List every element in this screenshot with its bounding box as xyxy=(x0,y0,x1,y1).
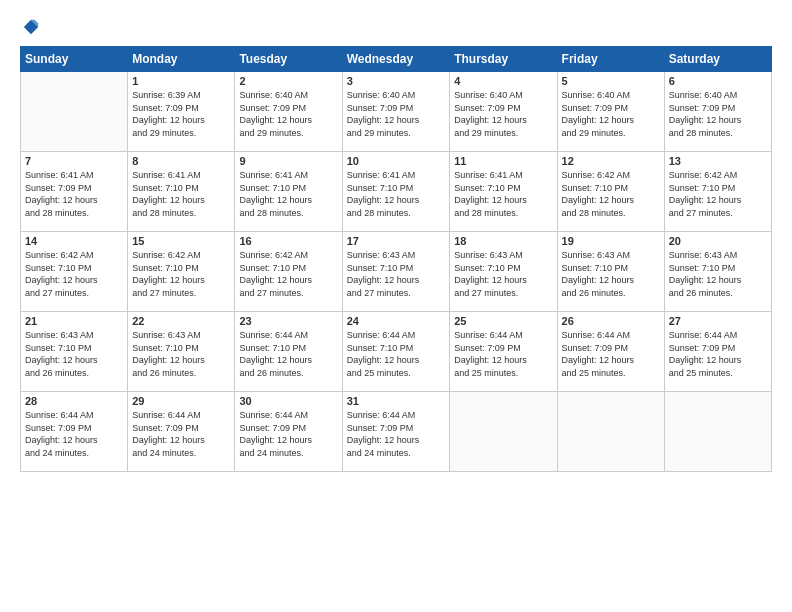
header xyxy=(20,18,772,36)
day-number: 5 xyxy=(562,75,660,87)
calendar-table: SundayMondayTuesdayWednesdayThursdayFrid… xyxy=(20,46,772,472)
day-info: Sunrise: 6:39 AM Sunset: 7:09 PM Dayligh… xyxy=(132,89,230,139)
page: SundayMondayTuesdayWednesdayThursdayFrid… xyxy=(0,0,792,612)
day-info: Sunrise: 6:41 AM Sunset: 7:10 PM Dayligh… xyxy=(347,169,446,219)
day-info: Sunrise: 6:43 AM Sunset: 7:10 PM Dayligh… xyxy=(347,249,446,299)
day-info: Sunrise: 6:44 AM Sunset: 7:09 PM Dayligh… xyxy=(562,329,660,379)
calendar-cell: 5Sunrise: 6:40 AM Sunset: 7:09 PM Daylig… xyxy=(557,72,664,152)
day-info: Sunrise: 6:43 AM Sunset: 7:10 PM Dayligh… xyxy=(132,329,230,379)
calendar-cell: 11Sunrise: 6:41 AM Sunset: 7:10 PM Dayli… xyxy=(450,152,557,232)
day-number: 29 xyxy=(132,395,230,407)
day-info: Sunrise: 6:44 AM Sunset: 7:09 PM Dayligh… xyxy=(239,409,337,459)
day-number: 23 xyxy=(239,315,337,327)
day-info: Sunrise: 6:44 AM Sunset: 7:09 PM Dayligh… xyxy=(347,409,446,459)
day-info: Sunrise: 6:42 AM Sunset: 7:10 PM Dayligh… xyxy=(239,249,337,299)
calendar-cell: 18Sunrise: 6:43 AM Sunset: 7:10 PM Dayli… xyxy=(450,232,557,312)
day-info: Sunrise: 6:44 AM Sunset: 7:10 PM Dayligh… xyxy=(347,329,446,379)
calendar-cell: 24Sunrise: 6:44 AM Sunset: 7:10 PM Dayli… xyxy=(342,312,450,392)
calendar-cell: 2Sunrise: 6:40 AM Sunset: 7:09 PM Daylig… xyxy=(235,72,342,152)
day-number: 27 xyxy=(669,315,767,327)
day-info: Sunrise: 6:42 AM Sunset: 7:10 PM Dayligh… xyxy=(25,249,123,299)
weekday-wednesday: Wednesday xyxy=(342,47,450,72)
calendar-cell: 9Sunrise: 6:41 AM Sunset: 7:10 PM Daylig… xyxy=(235,152,342,232)
calendar-cell: 26Sunrise: 6:44 AM Sunset: 7:09 PM Dayli… xyxy=(557,312,664,392)
day-number: 2 xyxy=(239,75,337,87)
calendar-cell: 1Sunrise: 6:39 AM Sunset: 7:09 PM Daylig… xyxy=(128,72,235,152)
calendar-cell: 7Sunrise: 6:41 AM Sunset: 7:09 PM Daylig… xyxy=(21,152,128,232)
calendar-week-1: 7Sunrise: 6:41 AM Sunset: 7:09 PM Daylig… xyxy=(21,152,772,232)
day-number: 1 xyxy=(132,75,230,87)
day-info: Sunrise: 6:42 AM Sunset: 7:10 PM Dayligh… xyxy=(562,169,660,219)
calendar-cell: 19Sunrise: 6:43 AM Sunset: 7:10 PM Dayli… xyxy=(557,232,664,312)
calendar-cell: 8Sunrise: 6:41 AM Sunset: 7:10 PM Daylig… xyxy=(128,152,235,232)
calendar-cell xyxy=(21,72,128,152)
calendar-cell xyxy=(450,392,557,472)
day-info: Sunrise: 6:41 AM Sunset: 7:09 PM Dayligh… xyxy=(25,169,123,219)
calendar-week-3: 21Sunrise: 6:43 AM Sunset: 7:10 PM Dayli… xyxy=(21,312,772,392)
day-number: 14 xyxy=(25,235,123,247)
weekday-friday: Friday xyxy=(557,47,664,72)
calendar-week-4: 28Sunrise: 6:44 AM Sunset: 7:09 PM Dayli… xyxy=(21,392,772,472)
calendar-cell: 14Sunrise: 6:42 AM Sunset: 7:10 PM Dayli… xyxy=(21,232,128,312)
calendar-cell xyxy=(557,392,664,472)
calendar-cell: 28Sunrise: 6:44 AM Sunset: 7:09 PM Dayli… xyxy=(21,392,128,472)
day-info: Sunrise: 6:40 AM Sunset: 7:09 PM Dayligh… xyxy=(347,89,446,139)
day-info: Sunrise: 6:40 AM Sunset: 7:09 PM Dayligh… xyxy=(239,89,337,139)
calendar-cell: 12Sunrise: 6:42 AM Sunset: 7:10 PM Dayli… xyxy=(557,152,664,232)
day-number: 13 xyxy=(669,155,767,167)
day-number: 28 xyxy=(25,395,123,407)
day-info: Sunrise: 6:44 AM Sunset: 7:09 PM Dayligh… xyxy=(25,409,123,459)
day-info: Sunrise: 6:41 AM Sunset: 7:10 PM Dayligh… xyxy=(454,169,552,219)
day-info: Sunrise: 6:41 AM Sunset: 7:10 PM Dayligh… xyxy=(239,169,337,219)
day-number: 9 xyxy=(239,155,337,167)
day-info: Sunrise: 6:42 AM Sunset: 7:10 PM Dayligh… xyxy=(132,249,230,299)
day-number: 24 xyxy=(347,315,446,327)
day-number: 31 xyxy=(347,395,446,407)
calendar-cell: 29Sunrise: 6:44 AM Sunset: 7:09 PM Dayli… xyxy=(128,392,235,472)
calendar-cell: 15Sunrise: 6:42 AM Sunset: 7:10 PM Dayli… xyxy=(128,232,235,312)
calendar-cell: 3Sunrise: 6:40 AM Sunset: 7:09 PM Daylig… xyxy=(342,72,450,152)
weekday-saturday: Saturday xyxy=(664,47,771,72)
day-number: 26 xyxy=(562,315,660,327)
day-number: 21 xyxy=(25,315,123,327)
calendar-cell: 30Sunrise: 6:44 AM Sunset: 7:09 PM Dayli… xyxy=(235,392,342,472)
calendar-cell: 22Sunrise: 6:43 AM Sunset: 7:10 PM Dayli… xyxy=(128,312,235,392)
day-number: 17 xyxy=(347,235,446,247)
calendar-cell: 31Sunrise: 6:44 AM Sunset: 7:09 PM Dayli… xyxy=(342,392,450,472)
day-number: 4 xyxy=(454,75,552,87)
day-info: Sunrise: 6:43 AM Sunset: 7:10 PM Dayligh… xyxy=(562,249,660,299)
day-info: Sunrise: 6:43 AM Sunset: 7:10 PM Dayligh… xyxy=(454,249,552,299)
weekday-thursday: Thursday xyxy=(450,47,557,72)
calendar-week-2: 14Sunrise: 6:42 AM Sunset: 7:10 PM Dayli… xyxy=(21,232,772,312)
calendar-cell xyxy=(664,392,771,472)
day-number: 15 xyxy=(132,235,230,247)
day-number: 25 xyxy=(454,315,552,327)
calendar-cell: 21Sunrise: 6:43 AM Sunset: 7:10 PM Dayli… xyxy=(21,312,128,392)
calendar-cell: 13Sunrise: 6:42 AM Sunset: 7:10 PM Dayli… xyxy=(664,152,771,232)
day-number: 11 xyxy=(454,155,552,167)
day-info: Sunrise: 6:42 AM Sunset: 7:10 PM Dayligh… xyxy=(669,169,767,219)
day-info: Sunrise: 6:43 AM Sunset: 7:10 PM Dayligh… xyxy=(25,329,123,379)
day-number: 19 xyxy=(562,235,660,247)
day-number: 22 xyxy=(132,315,230,327)
calendar-cell: 16Sunrise: 6:42 AM Sunset: 7:10 PM Dayli… xyxy=(235,232,342,312)
weekday-tuesday: Tuesday xyxy=(235,47,342,72)
calendar-cell: 20Sunrise: 6:43 AM Sunset: 7:10 PM Dayli… xyxy=(664,232,771,312)
day-number: 18 xyxy=(454,235,552,247)
weekday-sunday: Sunday xyxy=(21,47,128,72)
day-number: 12 xyxy=(562,155,660,167)
day-number: 30 xyxy=(239,395,337,407)
calendar-cell: 6Sunrise: 6:40 AM Sunset: 7:09 PM Daylig… xyxy=(664,72,771,152)
logo xyxy=(20,18,40,36)
calendar-cell: 10Sunrise: 6:41 AM Sunset: 7:10 PM Dayli… xyxy=(342,152,450,232)
day-number: 7 xyxy=(25,155,123,167)
day-info: Sunrise: 6:44 AM Sunset: 7:10 PM Dayligh… xyxy=(239,329,337,379)
day-number: 20 xyxy=(669,235,767,247)
logo-icon xyxy=(22,18,40,36)
day-info: Sunrise: 6:40 AM Sunset: 7:09 PM Dayligh… xyxy=(669,89,767,139)
day-info: Sunrise: 6:40 AM Sunset: 7:09 PM Dayligh… xyxy=(562,89,660,139)
calendar-cell: 17Sunrise: 6:43 AM Sunset: 7:10 PM Dayli… xyxy=(342,232,450,312)
weekday-header-row: SundayMondayTuesdayWednesdayThursdayFrid… xyxy=(21,47,772,72)
day-info: Sunrise: 6:44 AM Sunset: 7:09 PM Dayligh… xyxy=(132,409,230,459)
day-info: Sunrise: 6:44 AM Sunset: 7:09 PM Dayligh… xyxy=(669,329,767,379)
